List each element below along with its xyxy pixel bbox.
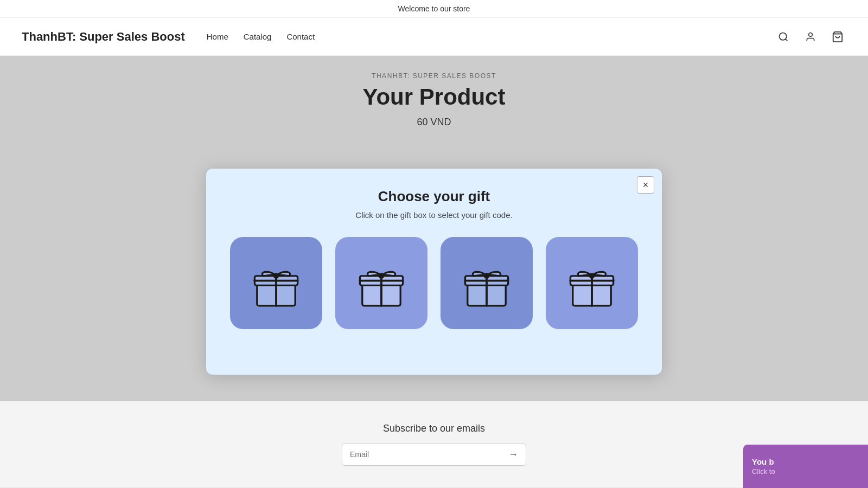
corner-widget-title: You b (752, 457, 774, 466)
header-icons (775, 28, 846, 46)
modal-title: Choose your gift (228, 188, 640, 205)
svg-point-2 (809, 33, 813, 36)
page-background: THANHBT: SUPER SALES BOOST Your Product … (0, 56, 868, 487)
gift-box-1[interactable] (230, 237, 322, 329)
search-button[interactable] (775, 28, 792, 46)
gift-box-4[interactable] (546, 237, 638, 329)
site-logo[interactable]: ThanhBT: Super Sales Boost (22, 30, 185, 44)
search-icon (778, 31, 789, 42)
gift-box-2[interactable] (335, 237, 427, 329)
announcement-bar: Welcome to our store (0, 0, 868, 18)
header: ThanhBT: Super Sales Boost Home Catalog … (0, 18, 868, 56)
modal-subtitle: Click on the gift box to select your gif… (228, 210, 640, 220)
gift-modal: × Choose your gift Click on the gift box… (206, 169, 662, 375)
gift-icon-3 (457, 253, 516, 313)
announcement-text: Welcome to our store (398, 4, 470, 13)
gift-grid (228, 237, 640, 329)
gift-box-3[interactable] (441, 237, 533, 329)
svg-point-8 (275, 274, 278, 278)
svg-line-1 (786, 38, 788, 41)
svg-point-23 (590, 274, 594, 278)
modal-overlay: × Choose your gift Click on the gift box… (0, 56, 868, 487)
cart-button[interactable] (829, 28, 846, 46)
svg-point-13 (380, 274, 384, 278)
main-nav: Home Catalog Contact (207, 32, 775, 41)
gift-icon-1 (246, 253, 306, 313)
nav-catalog[interactable]: Catalog (244, 32, 272, 41)
gift-icon-2 (352, 253, 411, 313)
gift-icon-4 (562, 253, 622, 313)
user-icon (805, 31, 816, 42)
cart-icon (832, 31, 844, 43)
svg-point-18 (485, 274, 489, 278)
svg-point-0 (780, 33, 787, 40)
nav-contact[interactable]: Contact (286, 32, 315, 41)
login-button[interactable] (802, 28, 819, 46)
corner-widget-subtitle: Click to (752, 467, 775, 476)
modal-close-button[interactable]: × (637, 176, 654, 194)
corner-widget[interactable]: You b Click to (743, 445, 868, 488)
nav-home[interactable]: Home (207, 32, 228, 41)
